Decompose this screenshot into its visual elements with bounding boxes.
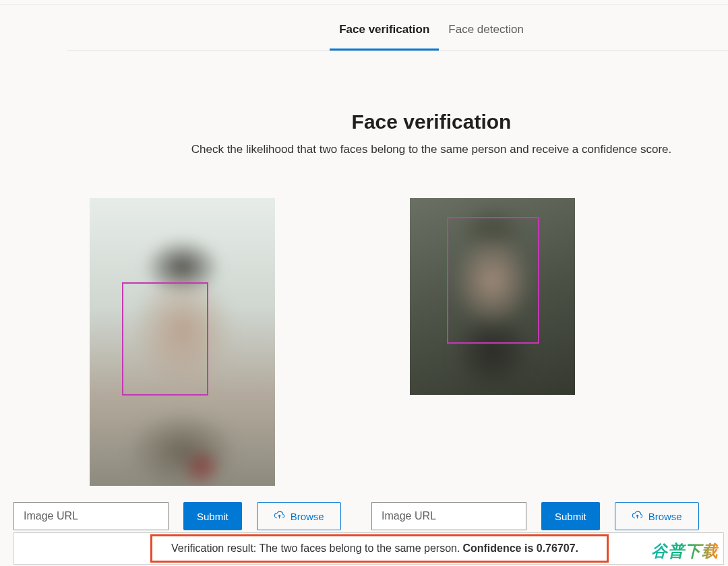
tab-face-detection[interactable]: Face detection bbox=[439, 16, 533, 51]
page-title: Face verification bbox=[67, 111, 728, 133]
result-bar: Verification result: The two faces belon… bbox=[13, 532, 724, 565]
cloud-upload-icon bbox=[274, 509, 285, 523]
uploaded-image-right[interactable] bbox=[410, 198, 575, 395]
browse-button-left[interactable]: Browse bbox=[257, 502, 341, 530]
image-url-input-right[interactable] bbox=[371, 502, 526, 530]
input-group-left: Submit Browse bbox=[13, 502, 357, 530]
cloud-upload-icon bbox=[632, 509, 643, 523]
submit-button-right[interactable]: Submit bbox=[541, 502, 600, 530]
submit-button-left[interactable]: Submit bbox=[183, 502, 242, 530]
image-slot-right bbox=[351, 198, 634, 395]
page-heading: Face verification Check the likelihood t… bbox=[67, 111, 728, 156]
image-url-input-left[interactable] bbox=[13, 502, 169, 530]
browse-button-label: Browse bbox=[648, 511, 682, 522]
face-bounding-box-left bbox=[122, 282, 208, 396]
uploaded-image-left[interactable] bbox=[90, 198, 275, 486]
face-bounding-box-right bbox=[447, 217, 539, 344]
tab-face-verification[interactable]: Face verification bbox=[330, 16, 439, 51]
inputs-row: Submit Browse Submit Browse bbox=[0, 502, 728, 530]
image-slot-left bbox=[81, 198, 283, 486]
result-highlight-box: Verification result: The two faces belon… bbox=[150, 534, 609, 563]
page-subtitle: Check the likelihood that two faces belo… bbox=[67, 143, 728, 156]
images-row bbox=[0, 198, 728, 486]
browse-button-label: Browse bbox=[291, 511, 324, 522]
top-divider bbox=[0, 4, 728, 5]
result-text: Verification result: The two faces belon… bbox=[171, 542, 460, 555]
tabs: Face verification Face detection bbox=[67, 16, 728, 51]
result-confidence: Confidence is 0.76707. bbox=[462, 542, 578, 555]
browse-button-right[interactable]: Browse bbox=[615, 502, 699, 530]
input-group-right: Submit Browse bbox=[371, 502, 715, 530]
